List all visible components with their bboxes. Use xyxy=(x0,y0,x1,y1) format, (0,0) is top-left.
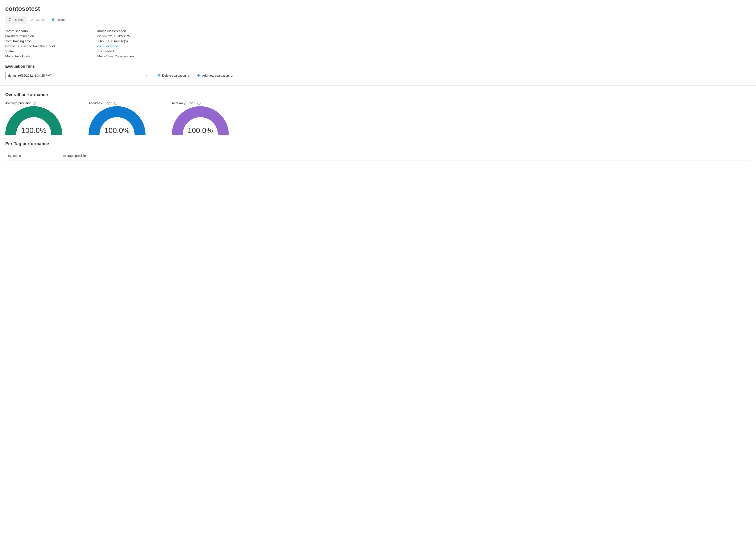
gauge-arc: 100.0% xyxy=(172,106,229,135)
cancel-button: Cancel xyxy=(27,16,48,24)
delete-evaluation-run-label: Delete evaluation run xyxy=(162,74,191,77)
refresh-icon xyxy=(8,18,12,21)
dataset-link[interactable]: contosodataset xyxy=(97,44,120,48)
gauge-arc: 100.0% xyxy=(89,106,146,135)
add-evaluation-run-label: Add new evaluation run xyxy=(202,74,234,77)
target-scenario-value: Image classification xyxy=(97,29,751,33)
evaluation-run-select[interactable]: default (6/16/2022, 1:34:25 PM) xyxy=(5,72,150,79)
gauge-label: Average precision xyxy=(5,101,32,105)
status-value: Succeeded xyxy=(97,49,751,53)
trash-icon xyxy=(157,74,160,77)
info-icon[interactable]: i xyxy=(33,102,36,105)
gauge-value: 100.0% xyxy=(5,126,62,135)
col-tag-name[interactable]: Tag name ↑ xyxy=(7,154,23,158)
info-icon[interactable]: i xyxy=(114,102,117,105)
trash-icon xyxy=(51,18,55,21)
cancel-label: Cancel xyxy=(36,18,45,21)
col-average-precision[interactable]: Average precision xyxy=(63,154,87,158)
add-evaluation-run-button[interactable]: Add new evaluation run xyxy=(196,73,235,79)
gauge-accuracy-top5: Accuracy - Top 5 i 100.0% xyxy=(172,101,229,135)
chevron-down-icon xyxy=(145,74,148,77)
task-kinds-label: Model task kinds xyxy=(5,54,97,58)
datasets-label: Dataset(s) used to train the model xyxy=(5,44,97,48)
gauge-arc: 100.0% xyxy=(5,106,62,135)
gauge-average-precision: Average precision i 100.0% xyxy=(5,101,62,135)
plus-icon xyxy=(197,74,200,77)
delete-button[interactable]: Delete xyxy=(48,16,69,24)
evaluation-run-selected: default (6/16/2022, 1:34:25 PM) xyxy=(8,74,51,77)
finished-on-label: Finished training on xyxy=(5,34,97,38)
col-tag-name-label: Tag name xyxy=(7,154,21,158)
gauges-row: Average precision i 100.0% Accuracy - To… xyxy=(5,101,751,135)
evaluation-runs-title: Evaluation runs xyxy=(5,64,751,69)
per-tag-performance-title: Per-Tag performance xyxy=(5,141,751,146)
col-average-precision-label: Average precision xyxy=(63,154,87,158)
datasets-value: contosodataset xyxy=(97,44,751,48)
gauge-value: 100.0% xyxy=(89,126,146,135)
finished-on-value: 6/16/2022, 1:34:58 PM xyxy=(97,34,751,38)
cancel-icon xyxy=(30,18,34,21)
delete-label: Delete xyxy=(57,18,66,21)
gauge-label: Accuracy - Top 5 xyxy=(172,101,196,105)
status-label: Status xyxy=(5,49,97,53)
overall-performance-title: Overall performance xyxy=(5,92,751,97)
gauge-value: 100.0% xyxy=(172,126,229,135)
task-kinds-value: Multi-Class Classification xyxy=(97,54,751,58)
page-title: contosotest xyxy=(5,5,751,12)
info-icon[interactable]: i xyxy=(197,102,201,105)
refresh-label: Refresh xyxy=(14,18,24,21)
delete-evaluation-run-button[interactable]: Delete evaluation run xyxy=(156,73,192,79)
per-tag-table-header: Tag name ↑ Average precision xyxy=(5,151,751,161)
training-time-value: 1 hour(s) 8 minute(s) xyxy=(97,39,751,43)
gauge-accuracy-top1: Accuracy - Top 1 i 100.0% xyxy=(89,101,146,135)
toolbar: Refresh Cancel Delete xyxy=(0,16,756,24)
target-scenario-label: Target scenario xyxy=(5,29,97,33)
sort-ascending-icon: ↑ xyxy=(22,154,23,157)
training-time-label: Total training time xyxy=(5,39,97,43)
gauge-label: Accuracy - Top 1 xyxy=(89,101,113,105)
refresh-button[interactable]: Refresh xyxy=(5,16,27,24)
evaluation-row: default (6/16/2022, 1:34:25 PM) Delete e… xyxy=(0,72,756,86)
details-grid: Target scenario Image classification Fin… xyxy=(5,29,751,58)
